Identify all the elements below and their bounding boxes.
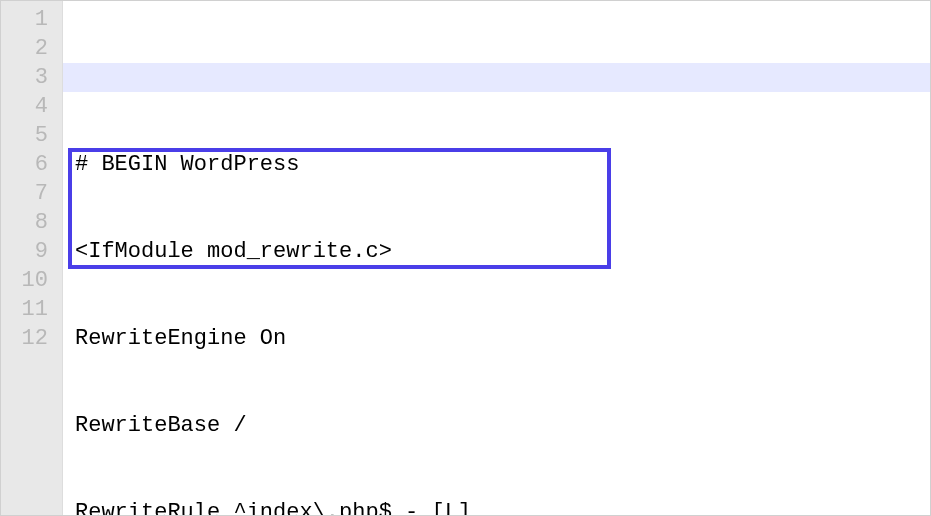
line-number-gutter: 1 2 3 4 5 6 7 8 9 10 11 12 xyxy=(1,1,63,515)
code-editor: 1 2 3 4 5 6 7 8 9 10 11 12 # BEGIN WordP… xyxy=(1,1,930,515)
code-area[interactable]: # BEGIN WordPress <IfModule mod_rewrite.… xyxy=(63,1,930,515)
code-line: <IfModule mod_rewrite.c> xyxy=(75,237,930,266)
code-line: RewriteEngine On xyxy=(75,324,930,353)
code-line: RewriteRule ^index\.php$ - [L] xyxy=(75,498,930,516)
line-number: 2 xyxy=(1,34,48,63)
line-number: 5 xyxy=(1,121,48,150)
line-number: 6 xyxy=(1,150,48,179)
line-number: 9 xyxy=(1,237,48,266)
line-number: 1 xyxy=(1,5,48,34)
line-number: 10 xyxy=(1,266,48,295)
code-line: RewriteBase / xyxy=(75,411,930,440)
line-number: 3 xyxy=(1,63,48,92)
line-number: 11 xyxy=(1,295,48,324)
code-line xyxy=(63,63,930,92)
line-number: 12 xyxy=(1,324,48,353)
code-line: # BEGIN WordPress xyxy=(75,150,930,179)
line-number: 7 xyxy=(1,179,48,208)
line-number: 8 xyxy=(1,208,48,237)
line-number: 4 xyxy=(1,92,48,121)
